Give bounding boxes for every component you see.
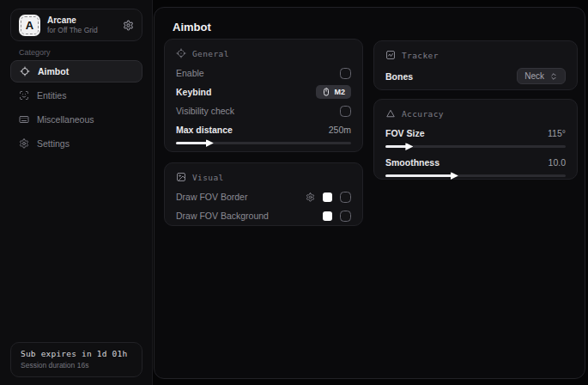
- setting-row-enable: Enable: [176, 66, 351, 80]
- setting-row-smoothness: Smoothness 10.0: [385, 156, 566, 177]
- keybind-value: M2: [334, 88, 345, 96]
- sidebar-item-label: Aimbot: [38, 66, 69, 76]
- sidebar-nav: Aimbot Entities Miscellaneous Settings: [10, 60, 142, 156]
- sidebar-item-entities[interactable]: Entities: [10, 84, 142, 107]
- slider-thumb[interactable]: [405, 143, 413, 150]
- activity-square-icon: [385, 50, 396, 60]
- card-title: General: [192, 49, 229, 58]
- slider-thumb[interactable]: [451, 172, 458, 180]
- setting-row-max-distance: Max distance 250m: [176, 123, 351, 136]
- setting-row-bones: Bones Neck: [385, 68, 566, 84]
- setting-label: Draw FOV Background: [176, 211, 269, 221]
- sidebar-item-aimbot[interactable]: Aimbot: [10, 60, 142, 82]
- app-title: Arcane: [47, 15, 116, 26]
- setting-label: FOV Size: [385, 128, 425, 138]
- visual-card: Visual Draw FOV Border Draw FOV Backgrou…: [164, 162, 363, 226]
- fov-background-checkbox[interactable]: [340, 211, 351, 222]
- card-title: Accuracy: [402, 109, 444, 119]
- app-header-card: A Arcane for Off The Grid: [10, 9, 142, 41]
- max-distance-value: 250m: [329, 125, 351, 135]
- fov-size-value: 115°: [548, 128, 566, 138]
- page-title: Aimbot: [173, 21, 211, 34]
- sub-expiry-text: Sub expires in 1d 01h: [21, 349, 132, 358]
- fov-size-slider[interactable]: [385, 145, 566, 148]
- setting-row-fov-background: Draw FOV Background: [176, 209, 351, 223]
- gear-icon: [19, 138, 29, 149]
- accuracy-card: Accuracy FOV Size 115° Smoothness 10.0: [373, 99, 578, 180]
- sidebar: A Arcane for Off The Grid Category Aimbo…: [0, 0, 153, 385]
- setting-label: Visibility check: [176, 106, 234, 116]
- color-swatch[interactable]: [323, 211, 332, 221]
- color-swatch[interactable]: [323, 192, 332, 202]
- triangle-icon: [385, 108, 396, 119]
- setting-label: Max distance: [176, 125, 233, 135]
- setting-label: Enable: [176, 68, 204, 78]
- keyboard-icon: [19, 114, 29, 125]
- mouse-icon: [322, 88, 330, 96]
- slider-thumb[interactable]: [206, 139, 214, 147]
- general-card: General Enable Keybind M2 Visibility che…: [164, 39, 363, 152]
- fov-border-checkbox[interactable]: [340, 192, 351, 203]
- sidebar-item-miscellaneous[interactable]: Miscellaneous: [10, 108, 142, 131]
- sidebar-item-label: Entities: [37, 90, 66, 101]
- bones-select[interactable]: Neck: [517, 68, 566, 84]
- visibility-check-checkbox[interactable]: [340, 106, 351, 117]
- image-icon: [176, 172, 186, 182]
- smoothness-value: 10.0: [549, 157, 566, 168]
- enable-checkbox[interactable]: [340, 68, 351, 79]
- chevrons-up-down-icon: [549, 72, 558, 81]
- keybind-badge[interactable]: M2: [316, 85, 351, 99]
- sidebar-item-label: Settings: [37, 138, 70, 149]
- card-title: Tracker: [402, 51, 439, 60]
- gear-icon[interactable]: [306, 192, 315, 202]
- card-title: Visual: [192, 173, 224, 182]
- subscription-info-card: Sub expires in 1d 01h Session duration 1…: [10, 342, 142, 377]
- bones-select-value: Neck: [524, 71, 544, 81]
- app-subtitle: for Off The Grid: [47, 26, 116, 35]
- gear-icon[interactable]: [123, 20, 134, 31]
- crosshair-icon: [176, 48, 186, 58]
- setting-label: Bones: [385, 71, 413, 82]
- sidebar-item-settings[interactable]: Settings: [10, 132, 142, 155]
- setting-row-fov-size: FOV Size 115°: [385, 126, 566, 148]
- setting-row-keybind: Keybind M2: [176, 85, 351, 99]
- sidebar-item-label: Miscellaneous: [37, 114, 94, 125]
- scan-face-icon: [19, 90, 29, 101]
- crosshair-icon: [20, 66, 30, 76]
- main-panel: Aimbot General Enable Keybind M2 Visibil…: [154, 7, 585, 379]
- setting-row-fov-border: Draw FOV Border: [176, 190, 351, 204]
- smoothness-slider[interactable]: [385, 174, 566, 177]
- setting-label: Draw FOV Border: [176, 192, 247, 202]
- setting-label: Keybind: [176, 87, 211, 97]
- setting-row-visibility-check: Visibility check: [176, 104, 351, 118]
- max-distance-slider[interactable]: [176, 142, 351, 144]
- session-duration-text: Session duration 16s: [21, 361, 132, 370]
- setting-label: Smoothness: [385, 157, 439, 168]
- tracker-card: Tracker Bones Neck: [373, 40, 578, 90]
- app-logo: A: [19, 15, 40, 36]
- category-label: Category: [19, 48, 51, 57]
